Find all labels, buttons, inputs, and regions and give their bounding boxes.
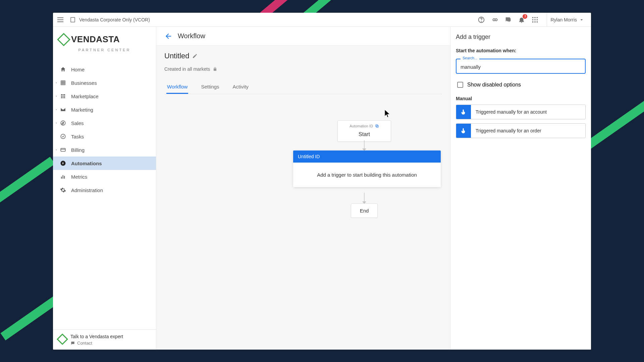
sidebar-item-tasks[interactable]: Tasks xyxy=(53,130,156,143)
trigger-option-order[interactable]: Triggered manually for an order xyxy=(456,123,586,138)
sidebar-item-billing[interactable]: Billing xyxy=(53,143,156,157)
footer-title: Talk to a Vendasta expert xyxy=(70,334,123,339)
end-label: End xyxy=(360,208,369,214)
trigger-option-label: Triggered manually for an order xyxy=(471,128,546,133)
chevron-right-icon xyxy=(55,95,58,98)
contact-link[interactable]: Contact xyxy=(70,341,123,346)
end-node[interactable]: End xyxy=(351,203,378,218)
nav-label: Billing xyxy=(71,147,85,153)
sidebar-item-home[interactable]: Home xyxy=(53,63,156,76)
tab-label: Workflow xyxy=(167,84,187,89)
apps-grid-icon[interactable] xyxy=(531,16,539,23)
svg-rect-37 xyxy=(61,148,65,152)
notifications-icon[interactable]: 3 xyxy=(518,16,525,23)
tabs: Workflow Settings Activity xyxy=(164,80,442,94)
back-button[interactable] xyxy=(164,32,172,40)
copy-icon[interactable] xyxy=(375,124,379,128)
nav-list: Home Businesses Marketplace Marketing xyxy=(53,63,156,329)
sidebar-item-metrics[interactable]: Metrics xyxy=(53,170,156,183)
touch-icon xyxy=(456,105,471,119)
chevron-right-icon xyxy=(55,122,58,124)
touch-icon xyxy=(456,123,471,138)
tab-settings[interactable]: Settings xyxy=(200,80,220,94)
gear-icon xyxy=(60,187,66,193)
nav-label: Sales xyxy=(71,120,84,126)
right-panel: Add a trigger Start the automation when:… xyxy=(450,27,591,350)
show-disabled-toggle[interactable]: Show disabled options xyxy=(456,80,586,94)
nav-label: Metrics xyxy=(71,174,87,180)
sidebar-item-automations[interactable]: Automations xyxy=(53,157,156,170)
trigger-card[interactable]: Untitled ID Add a trigger to start build… xyxy=(293,150,441,187)
sidebar-item-marketing[interactable]: Marketing xyxy=(53,103,156,116)
sidebar-item-marketplace[interactable]: Marketplace xyxy=(53,89,156,103)
bg-stripe xyxy=(0,157,55,214)
user-name: Rylan Morris xyxy=(550,17,577,22)
user-menu[interactable]: Rylan Morris xyxy=(547,13,588,27)
sales-icon xyxy=(60,120,66,126)
metrics-icon xyxy=(60,174,66,180)
svg-rect-30 xyxy=(63,96,64,97)
home-icon xyxy=(60,66,66,72)
svg-rect-41 xyxy=(63,175,63,179)
logo-mark-icon xyxy=(57,33,70,46)
contact-label: Contact xyxy=(77,341,92,346)
svg-point-19 xyxy=(535,21,536,22)
group-label: Manual xyxy=(456,96,586,101)
svg-rect-34 xyxy=(64,97,65,98)
svg-rect-33 xyxy=(63,97,64,98)
hamburger-menu-button[interactable] xyxy=(56,16,64,24)
page-title: Workflow xyxy=(178,32,205,40)
svg-point-12 xyxy=(532,17,534,18)
svg-point-17 xyxy=(537,19,538,20)
sidebar-item-administration[interactable]: Administration xyxy=(53,183,156,197)
chevron-right-icon xyxy=(55,108,58,111)
trigger-option-account[interactable]: Triggered manually for an account xyxy=(456,105,586,119)
lock-icon xyxy=(213,67,217,71)
svg-point-20 xyxy=(537,21,538,22)
sidebar-item-businesses[interactable]: Businesses xyxy=(53,76,156,89)
svg-rect-31 xyxy=(64,96,65,97)
workflow-canvas: Automation ID Start Untitled ID Add a tr… xyxy=(156,94,450,350)
created-label: Created in all markets xyxy=(164,66,210,72)
tab-workflow[interactable]: Workflow xyxy=(166,80,188,94)
start-node[interactable]: Automation ID Start xyxy=(337,120,391,142)
infinity-icon[interactable] xyxy=(491,16,498,23)
checkbox-icon xyxy=(457,82,463,88)
topbar: Vendasta Corporate Only (VCOR) 3 Rylan M… xyxy=(53,13,591,27)
svg-rect-32 xyxy=(61,97,62,98)
show-disabled-label: Show disabled options xyxy=(467,82,521,88)
svg-rect-21 xyxy=(61,81,65,85)
nav-label: Businesses xyxy=(71,80,97,86)
sidebar: VENDASTA PARTNER CENTER Home Businesses xyxy=(53,27,156,350)
search-label: Search... xyxy=(461,56,479,60)
svg-point-16 xyxy=(535,19,536,20)
main-area: Workflow Untitled Created in all markets… xyxy=(156,27,591,350)
svg-point-36 xyxy=(61,134,65,139)
nav-label: Administration xyxy=(71,187,103,193)
brand-logo[interactable]: VENDASTA xyxy=(59,34,150,45)
app-window: Vendasta Corporate Only (VCOR) 3 Rylan M… xyxy=(53,13,591,350)
trigger-card-header: Untitled ID xyxy=(293,150,441,163)
automation-id-label: Automation ID xyxy=(350,124,373,128)
svg-rect-43 xyxy=(376,125,378,127)
brand-name: VENDASTA xyxy=(71,34,120,45)
svg-point-15 xyxy=(532,19,534,20)
chat-icon[interactable] xyxy=(504,16,512,23)
org-name[interactable]: Vendasta Corporate Only (VCOR) xyxy=(79,17,150,22)
start-label: Start xyxy=(338,129,391,141)
svg-rect-44 xyxy=(376,125,378,127)
chat-icon xyxy=(70,341,75,346)
search-input[interactable] xyxy=(456,59,586,74)
tab-activity[interactable]: Activity xyxy=(232,80,250,94)
svg-rect-29 xyxy=(61,96,62,97)
marketing-icon xyxy=(60,107,66,113)
document-title: Untitled xyxy=(164,52,190,60)
svg-point-11 xyxy=(481,21,482,21)
building-icon xyxy=(70,17,76,23)
help-icon[interactable] xyxy=(478,16,485,23)
sidebar-item-sales[interactable]: Sales xyxy=(53,116,156,130)
billing-icon xyxy=(60,147,66,153)
businesses-icon xyxy=(60,80,66,86)
edit-icon[interactable] xyxy=(192,53,198,59)
nav-label: Tasks xyxy=(71,134,84,139)
